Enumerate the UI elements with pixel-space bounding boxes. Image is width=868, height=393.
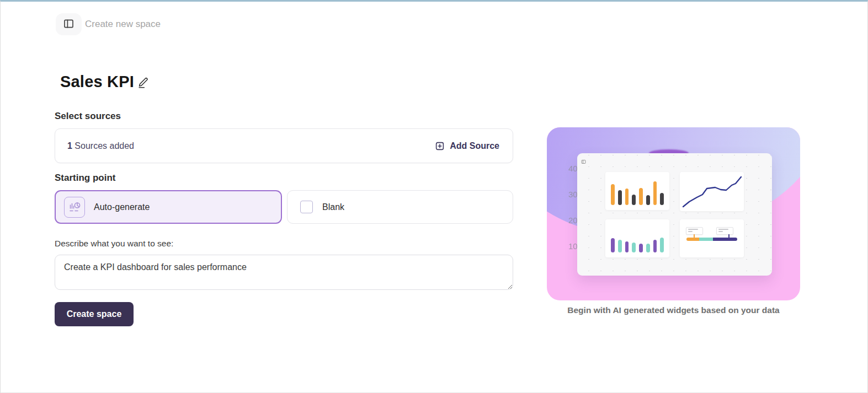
sources-count: 1 [67, 141, 72, 150]
mini-bar-chart-purple-teal [605, 219, 669, 257]
mini-stacked-bar-widget [680, 219, 744, 257]
pencil-icon [137, 82, 149, 90]
describe-label: Describe what you want to see: [55, 239, 173, 249]
sources-added-text: 1 Sources added [67, 141, 134, 151]
panel-left-icon [63, 18, 74, 31]
edit-title-button[interactable] [136, 77, 150, 90]
starting-point-label: Starting point [55, 173, 115, 184]
sources-summary-box: 1 Sources added Add Source [55, 128, 513, 163]
add-source-label: Add Source [450, 141, 499, 151]
add-source-button[interactable]: Add Source [435, 141, 499, 151]
sources-count-suffix: Sources added [72, 141, 134, 150]
mini-bar-chart-orange [605, 172, 669, 210]
preview-illustration: 40302010 [547, 127, 800, 300]
page-breadcrumb-title: Create new space [85, 19, 161, 30]
faint-axis-ticks: 40302010 [568, 164, 578, 267]
select-sources-label: Select sources [55, 111, 121, 122]
mini-line-chart [680, 172, 744, 211]
describe-input[interactable]: Create a KPI dashboard for sales perform… [55, 255, 513, 290]
mini-stacked-bar [686, 238, 737, 241]
option-auto-generate-label: Auto-generate [94, 202, 150, 212]
mini-panel-left-icon [581, 157, 586, 166]
mini-dashboard-mockup [577, 153, 772, 276]
create-space-button[interactable]: Create space [55, 302, 134, 326]
option-auto-generate[interactable]: Auto-generate [55, 190, 282, 224]
space-title: Sales KPI [60, 73, 134, 91]
mini-tooltip-left [686, 227, 703, 235]
option-blank-label: Blank [322, 202, 344, 212]
preview-caption: Begin with AI generated widgets based on… [547, 305, 800, 315]
create-space-page: Create new space Sales KPI Select source… [0, 0, 868, 393]
dashboard-widgets-icon [64, 197, 85, 218]
sidebar-toggle-button[interactable] [56, 13, 82, 35]
option-blank[interactable]: Blank [287, 190, 513, 224]
mini-tooltip-right [716, 227, 733, 235]
plus-square-icon [435, 141, 445, 151]
blank-checkbox-icon [300, 201, 313, 213]
